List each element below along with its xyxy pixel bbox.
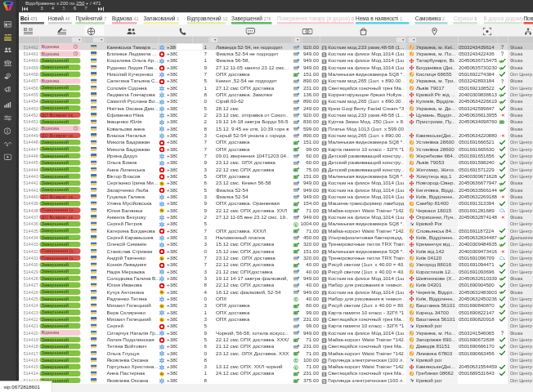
svg-text:lc: lc <box>160 292 163 295</box>
svg-text:lc: lc <box>160 373 163 376</box>
svg-text:ID: ID <box>24 28 28 32</box>
svg-text:lc: lc <box>160 210 163 213</box>
svg-text:lc: lc <box>160 257 163 261</box>
svg-text:lc: lc <box>160 305 163 308</box>
svg-text:lc: lc <box>160 318 163 322</box>
svg-text:lc: lc <box>160 182 163 185</box>
